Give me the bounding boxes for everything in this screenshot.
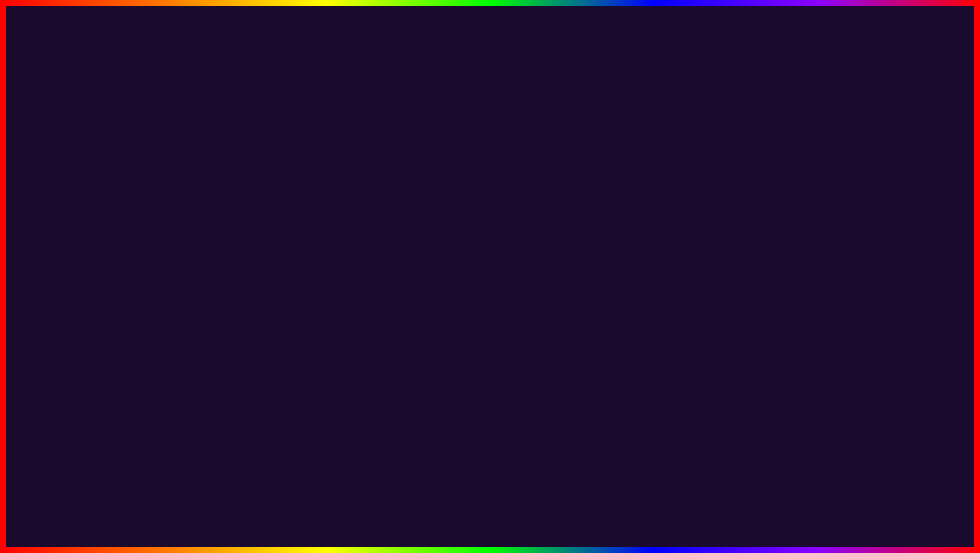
right-sidebar-miscellaneous[interactable]: Miscellaneous [412,251,468,266]
left-skill-v-row[interactable]: Skill V [264,255,329,265]
left-with-quest-row[interactable]: With Quest [148,202,258,214]
left-skill-b-toggle[interactable] [311,287,327,295]
right-autofarm-level-toggle[interactable] [562,192,578,200]
left-auto-haki-toggle[interactable] [311,204,327,213]
left-skill-e-toggle[interactable] [311,276,327,285]
right-boss-row[interactable]: Auto Farm Boss [471,234,580,244]
update-label: UPDATE [55,478,307,543]
left-with-quest-toggle[interactable] [240,204,256,212]
right-chevron: ‹ [473,256,474,261]
left-skill-b-label: Skill B [266,288,281,294]
right-skill-z-toggle[interactable] [633,258,649,266]
right-autofarm-close[interactable]: ✕ [574,179,579,186]
right-distance-bar[interactable] [586,219,638,221]
right-with-quest-label: With Quest [473,205,500,211]
right-settings-all-chevron[interactable]: ‹ [650,192,651,198]
left-skill-c-label: Skill C [266,247,281,253]
right-essentials-close[interactable]: ✕ [574,274,579,281]
checkmark-2: ✓ [142,282,176,329]
left-all-boss-radio[interactable] [250,246,256,252]
right-all-boss-row[interactable]: Auto Farm All Boss [471,245,580,254]
left-settings-header: \\ Settings // T [264,178,329,188]
left-auto-haki-label: Auto Haki [266,205,290,212]
right-settings-above-chevron[interactable]: ‹ [650,201,651,207]
right-misc-header: \\ Misc // ✕ [586,223,651,233]
left-skill-v-label: Skill V [266,257,281,263]
left-settings-close[interactable]: T [324,179,328,186]
right-panel-close[interactable]: ✕ [645,165,650,172]
sidebar-automatics[interactable]: Automatics [90,192,145,207]
left-essentials-close[interactable]: ✕ [251,274,256,281]
right-refresh-boss-row[interactable]: Refresh Boss [471,262,580,271]
right-settings-distance-label: Distance [586,210,608,216]
left-auto-haki-row[interactable]: Auto Haki [264,203,329,214]
badge-title-text: KING LEGACY [885,488,963,497]
left-skill-f-row[interactable]: Skill F [264,265,329,275]
right-skill-c-label: Skill C [588,276,604,283]
update-text: UPDATE 4.6 SCRIPT PASTEBIN [0,482,980,540]
left-autofarm-level-label: Auto Farm Level [150,193,191,199]
title-king: KING [128,9,372,122]
left-new-world-radio[interactable] [250,216,256,222]
right-autofarm-level-row[interactable]: Auto Farm Level [471,190,580,201]
left-skill-z-toggle[interactable] [311,226,327,234]
left-panel-close[interactable]: ✕ [322,165,328,172]
right-sidebar-general[interactable]: General [412,178,468,192]
right-new-world-radio[interactable] [572,216,578,222]
right-sidebar-raids[interactable]: Raids [412,207,468,222]
left-skill-x-row[interactable]: Skill X [264,235,329,245]
left-skills-header: \\ Skills // [264,216,329,224]
left-skill-f-toggle[interactable] [311,266,327,274]
right-panel-inner: General Automatics Raids Players Devil F… [412,175,654,348]
pastebin-label: PASTEBIN [634,478,925,543]
right-skill-c-row[interactable]: Skill C [586,275,651,284]
right-with-quest-toggle[interactable] [562,204,578,212]
left-skill-e-row[interactable]: Skill E [264,275,329,286]
left-skill-f-label: Skill F [266,267,281,273]
left-autofarm-level-toggle[interactable] [240,192,256,200]
right-skill-z-row[interactable]: Skill Z [586,257,651,267]
right-panel-title: X71 Project - Auto Farm [416,166,476,172]
badge-character: 🐸 🎩 [885,437,963,488]
right-autofarm-level-label: Auto Farm Level [473,193,514,199]
left-skill-b-row[interactable]: Skill B [264,286,329,296]
right-misc-close[interactable]: ✕ [645,224,650,231]
right-with-quest-row[interactable]: With Quest [471,202,580,214]
title-legacy: LEGACY [444,9,852,122]
right-auto-haki-toggle[interactable] [633,237,649,245]
left-skill-c-row[interactable]: Skill C [264,245,329,255]
left-skill-v-toggle[interactable] [311,256,327,264]
right-settings-above-row[interactable]: Above ‹ [586,199,651,209]
left-skill-z-label: Skill Z [266,227,281,233]
left-autofarm-header: \\ Auto Farm // ✕ [148,178,258,188]
left-skill-x-toggle[interactable] [311,236,327,244]
left-settings-panel: \\ Settings // T \\ Misc // ✕ Auto Haki … [260,175,332,348]
left-boss-radio[interactable] [250,236,256,242]
the-label: THE [697,154,757,184]
right-sidebar-automatics[interactable]: Automatics [412,192,468,207]
left-skill-c-toggle[interactable] [311,246,327,254]
right-all-boss-radio[interactable] [572,246,578,252]
sidebar-general[interactable]: General [90,178,145,192]
right-panel-content: \\ Auto Farm // ✕ Auto Farm Level With Q… [468,175,583,348]
right-auto-haki-row[interactable]: Auto Haki [586,235,651,247]
left-skill-z-row[interactable]: Skill Z [264,225,329,235]
right-autofarm-title: \\ Auto Farm // [472,180,507,186]
right-settings-distance-val: 8 [648,210,651,216]
left-autofarm-level-row[interactable]: Auto Farm Level [148,190,258,201]
left-autofarm-close[interactable]: ✕ [251,179,256,186]
right-settings-all-row[interactable]: All ‹ [586,190,651,199]
right-sidebar-devil-fruit[interactable]: Devil Fruit [412,236,468,251]
right-misc-title: \\ Misc // [587,225,608,231]
right-skill-x-row[interactable]: Skill X [586,267,651,275]
left-misc-header: \\ Misc // ✕ [264,190,329,201]
right-sidebar-players[interactable]: Players [412,222,468,236]
right-sidebar-credits[interactable]: Credits [412,266,468,281]
right-settings-close[interactable]: ✕ [645,179,650,186]
badge-hat-icon: 🎩 [915,438,934,456]
right-new-world-row[interactable]: Auto Farm New World [471,215,580,224]
right-boss-radio[interactable] [572,236,578,242]
right-all-boss-label: Auto Farm All Boss [473,246,520,252]
version-label: 4.6 [307,478,404,543]
left-misc-close[interactable]: ✕ [322,192,328,199]
